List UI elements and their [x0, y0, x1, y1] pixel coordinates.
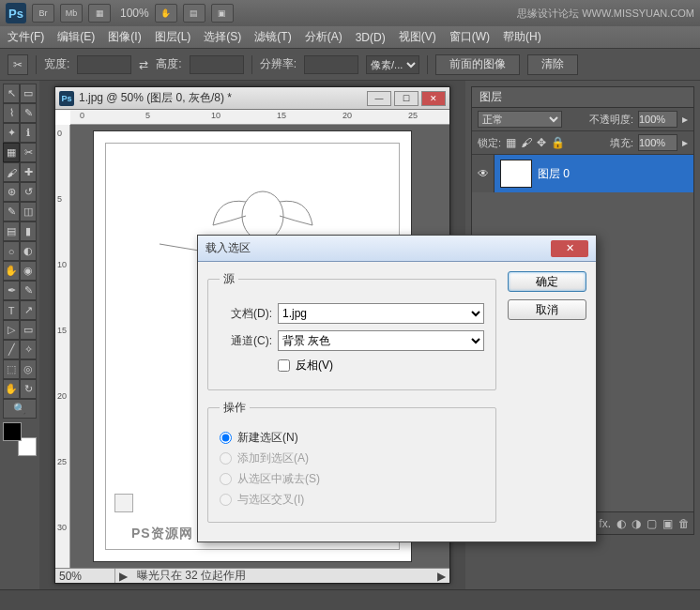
layers-tab[interactable]: 图层 [472, 87, 693, 108]
invert-label: 反相(V) [296, 358, 333, 374]
freeform-pen-tool[interactable]: ✎ [20, 281, 37, 300]
stamp-tool[interactable]: ⊛ [3, 182, 20, 202]
lock-all-icon[interactable]: 🔒 [551, 136, 565, 149]
lock-transparent-icon[interactable]: ▦ [506, 136, 516, 149]
svg-point-0 [242, 191, 283, 240]
app-bar: Ps Br Mb ▦ 100% ✋ ▤ ▣ 思缘设计论坛 WWW.MISSYUA… [0, 0, 700, 26]
path-select-tool[interactable]: ↗ [20, 300, 37, 320]
invert-checkbox[interactable] [278, 359, 290, 372]
fx-icon[interactable]: fx. [599, 517, 611, 530]
bucket-tool[interactable]: ▮ [20, 221, 37, 241]
pencil-tool[interactable]: ✎ [3, 202, 20, 221]
type-tool[interactable]: T [3, 300, 20, 320]
resolution-input[interactable] [304, 55, 358, 74]
healing-tool[interactable]: ✚ [20, 162, 37, 182]
arrow-icon[interactable]: ▶ [115, 570, 131, 583]
menu-help[interactable]: 帮助(H) [503, 29, 541, 45]
fill-input[interactable] [638, 134, 677, 151]
minimize-button[interactable]: — [367, 91, 391, 106]
minibridge-button[interactable]: Mb [60, 4, 83, 23]
adjustment-icon[interactable]: ◑ [632, 517, 641, 530]
menu-layer[interactable]: 图层(L) [155, 29, 191, 45]
ok-button[interactable]: 确定 [508, 271, 586, 292]
cancel-button[interactable]: 取消 [508, 299, 586, 320]
sponge-tool[interactable]: ◉ [20, 261, 37, 281]
3d-tool[interactable]: ⬚ [3, 359, 20, 379]
menu-view[interactable]: 视图(V) [399, 29, 436, 45]
bridge-button[interactable]: Br [32, 4, 54, 23]
wand-tool[interactable]: ✦ [3, 123, 20, 143]
blur-tool[interactable]: ○ [3, 241, 20, 261]
crop-tool[interactable]: ▦ [3, 143, 20, 162]
menu-edit[interactable]: 编辑(E) [57, 29, 95, 45]
history-brush-tool[interactable]: ↺ [20, 182, 37, 202]
direct-select-tool[interactable]: ▷ [3, 320, 20, 340]
rotate-view-tool[interactable]: ↻ [20, 379, 37, 399]
maximize-button[interactable]: ☐ [394, 91, 418, 106]
clear-button[interactable]: 清除 [527, 54, 578, 75]
lock-label: 锁定: [478, 136, 501, 150]
height-input[interactable] [190, 55, 244, 74]
color-swatch[interactable] [3, 422, 37, 456]
hand-tool[interactable]: ✋ [3, 379, 20, 399]
hand-tool-button[interactable]: ✋ [155, 4, 177, 23]
layer-name[interactable]: 图层 0 [538, 166, 570, 182]
move-tool[interactable]: ↖ [3, 84, 20, 103]
layer-item[interactable]: 👁 图层 0 [472, 155, 693, 192]
menu-file[interactable]: 文件(F) [8, 29, 44, 45]
line-tool[interactable]: ╱ [3, 340, 20, 359]
zoom-level[interactable]: 100% [120, 7, 149, 20]
blend-mode-select[interactable]: 正常 [478, 111, 562, 128]
front-image-button[interactable]: 前面的图像 [435, 54, 520, 75]
close-button[interactable]: ✕ [421, 91, 446, 106]
zoom-tool[interactable]: 🔍 [3, 399, 37, 419]
shape-tool[interactable]: ▭ [20, 320, 37, 340]
op-new-radio[interactable] [220, 432, 232, 444]
new-layer-icon[interactable]: ▣ [662, 517, 673, 530]
3d-camera-tool[interactable]: ◎ [20, 359, 37, 379]
menu-window[interactable]: 窗口(W) [449, 29, 490, 45]
quick-select-tool[interactable]: ✎ [20, 103, 37, 123]
width-input[interactable] [77, 55, 131, 74]
arrow-icon[interactable]: ▸ [682, 136, 688, 149]
arrange-button[interactable]: ▤ [183, 4, 205, 23]
lock-brush-icon[interactable]: 🖌 [521, 136, 532, 149]
app-statusbar [0, 589, 700, 610]
trash-icon[interactable]: 🗑 [678, 517, 690, 530]
arrow-icon[interactable]: ▶ [434, 570, 449, 583]
menu-filter[interactable]: 滤镜(T) [254, 29, 291, 45]
marquee-tool[interactable]: ▭ [20, 84, 37, 103]
lock-move-icon[interactable]: ✥ [537, 136, 546, 149]
swap-icon[interactable]: ⇄ [139, 58, 148, 71]
crop-tool-icon[interactable]: ✂ [8, 54, 28, 75]
layer-thumbnail[interactable] [500, 160, 532, 188]
pen-tool[interactable]: ✒ [3, 281, 20, 300]
slice-tool[interactable]: ✂ [20, 143, 37, 162]
opacity-input[interactable] [638, 111, 677, 128]
mask-icon[interactable]: ◐ [616, 517, 626, 530]
menu-analysis[interactable]: 分析(A) [305, 29, 342, 45]
lasso-tool[interactable]: ⌇ [3, 103, 20, 123]
view-extras-button[interactable]: ▦ [88, 4, 111, 23]
document-select[interactable]: 1.jpg [278, 303, 484, 324]
channel-select[interactable]: 背景 灰色 [278, 330, 484, 351]
menu-3d[interactable]: 3D(D) [356, 31, 386, 44]
eyedropper-tool[interactable]: ℹ [20, 123, 37, 143]
brush-tool[interactable]: 🖌 [3, 162, 20, 182]
folder-icon[interactable]: ▢ [647, 517, 657, 530]
menu-select[interactable]: 选择(S) [204, 29, 241, 45]
custom-shape-tool[interactable]: ✧ [20, 340, 37, 359]
dialog-close-button[interactable]: ✕ [551, 240, 588, 257]
menu-image[interactable]: 图像(I) [108, 29, 141, 45]
screen-mode-button[interactable]: ▣ [211, 4, 234, 23]
unit-select[interactable]: 像素/... [366, 55, 419, 74]
visibility-icon[interactable]: 👁 [472, 155, 495, 192]
dodge-tool[interactable]: ◐ [20, 241, 37, 261]
arrow-icon[interactable]: ▸ [682, 113, 688, 126]
dialog-titlebar[interactable]: 载入选区 ✕ [198, 236, 596, 262]
document-titlebar[interactable]: Ps 1.jpg @ 50% (图层 0, 灰色/8) * — ☐ ✕ [55, 87, 449, 110]
eraser-tool[interactable]: ◫ [20, 202, 37, 221]
doc-zoom[interactable]: 50% [55, 569, 115, 583]
burn-tool[interactable]: ✋ [3, 261, 20, 281]
gradient-tool[interactable]: ▤ [3, 221, 20, 241]
